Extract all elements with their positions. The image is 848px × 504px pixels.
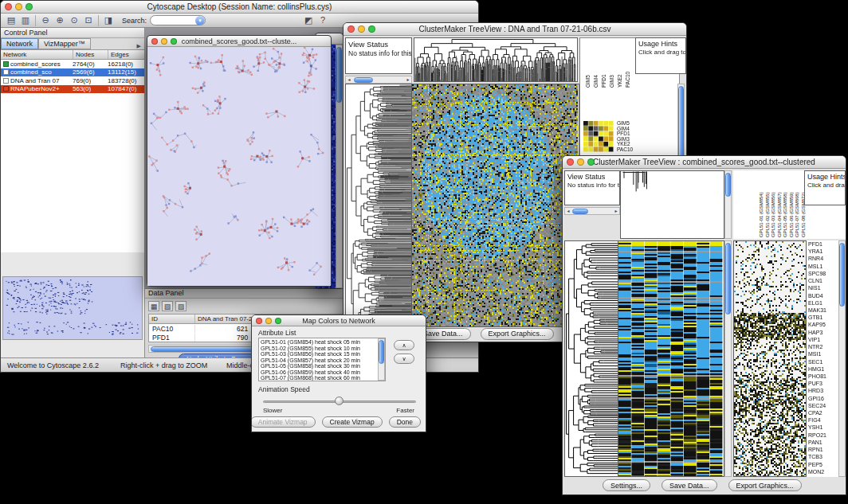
- heatmap-secondary-canvas[interactable]: [734, 241, 806, 476]
- column-dendrogram-canvas[interactable]: [621, 171, 724, 238]
- network-table-row[interactable]: combined_sco 2569(6) 13112(15): [1, 68, 144, 77]
- row-dendrogram-canvas[interactable]: [565, 241, 618, 476]
- close-button[interactable]: [256, 318, 262, 324]
- view-status-hscrollbar[interactable]: ◂ ▸: [564, 207, 620, 215]
- map-colors-titlebar[interactable]: Map Colors to Network: [252, 315, 426, 326]
- column-label[interactable]: YKE2: [617, 40, 622, 88]
- heatmap-vscrollbar[interactable]: [724, 240, 732, 477]
- gene-label[interactable]: CPA2: [807, 409, 838, 416]
- column-label[interactable]: GPL51-06 (GSM859): [789, 171, 795, 237]
- close-button[interactable]: [567, 158, 574, 166]
- correlation-matrix-canvas[interactable]: [583, 121, 614, 152]
- gene-label[interactable]: SEC1: [807, 358, 838, 365]
- heatmap-main-canvas[interactable]: [618, 241, 723, 476]
- attribute-item[interactable]: GPL51-05 (GSM858) heat shock 30 min: [259, 363, 385, 369]
- vizmapper-icon[interactable]: ◩: [301, 14, 316, 26]
- attribute-create-icon[interactable]: ▧: [162, 301, 173, 311]
- gene-label[interactable]: BUD4: [807, 292, 838, 299]
- column-label[interactable]: GPL51-03 (GSM856): [771, 171, 776, 237]
- treeview-dna-titlebar[interactable]: ClusterMaker TreeView : DNA and Tran 07-…: [344, 23, 686, 36]
- gene-list-vscrollbar[interactable]: [838, 240, 846, 477]
- zoom-fit-icon[interactable]: ⊡: [81, 14, 96, 26]
- scroll-right-icon[interactable]: ▸: [405, 76, 411, 84]
- zoom-button[interactable]: [587, 158, 595, 166]
- network-overview-thumbnail[interactable]: [3, 277, 142, 339]
- animation-speed-slider[interactable]: [263, 397, 416, 406]
- attribute-item[interactable]: GPL51-06 (GSM859) heat shock 40 min: [259, 369, 385, 376]
- scroll-thumb[interactable]: [379, 340, 384, 364]
- search-combobox[interactable]: ▾: [150, 15, 206, 25]
- minimize-button[interactable]: [265, 318, 272, 324]
- gene-label[interactable]: MSI1: [807, 350, 838, 357]
- gene-label[interactable]: MON2: [807, 468, 838, 475]
- gene-label[interactable]: KAP95: [807, 321, 838, 328]
- treeview-action-button[interactable]: Save Data...: [662, 479, 717, 491]
- column-label[interactable]: GIM5: [585, 40, 591, 88]
- attribute-select-icon[interactable]: ▦: [148, 301, 159, 311]
- column-label[interactable]: PFD1: [601, 40, 607, 88]
- move-up-button[interactable]: ∧: [394, 340, 414, 350]
- gene-label[interactable]: PAN1: [807, 439, 838, 446]
- column-label[interactable]: PAC10: [625, 40, 630, 88]
- help-icon[interactable]: ?: [316, 14, 330, 26]
- column-label[interactable]: GPL51-05 (GSM858): [783, 171, 788, 237]
- gene-label[interactable]: SPC98: [807, 270, 838, 277]
- attribute-item[interactable]: GPL51-07 (GSM868) heat shock 60 min: [259, 375, 385, 381]
- zoom-button[interactable]: [26, 3, 33, 10]
- network-table-row[interactable]: RNAPuberNov2+ 563(0) 107847(0): [1, 85, 144, 94]
- gene-label[interactable]: TCB3: [807, 453, 838, 460]
- attribute-delete-icon[interactable]: ▨: [175, 301, 186, 311]
- tab-scroll-right-icon[interactable]: ▶: [134, 43, 144, 49]
- attribute-item[interactable]: GPL51-01 (GSM854) heat shock 05 min: [259, 339, 385, 346]
- close-button[interactable]: [151, 38, 158, 45]
- column-label[interactable]: GPL51-02 (GSM855): [765, 171, 771, 237]
- search-dropdown-icon[interactable]: ▾: [195, 16, 205, 25]
- zoom-button[interactable]: [368, 25, 375, 33]
- scroll-left-icon[interactable]: ◂: [346, 76, 352, 84]
- move-down-button[interactable]: ∨: [394, 354, 414, 364]
- gene-label[interactable]: SEC24: [807, 402, 838, 409]
- treeview-action-button[interactable]: Settings...: [603, 479, 650, 491]
- gene-label[interactable]: YRA1: [807, 248, 838, 255]
- scroll-thumb[interactable]: [725, 243, 731, 315]
- tab-network[interactable]: Network: [1, 38, 38, 49]
- save-session-icon[interactable]: ▥: [18, 14, 33, 26]
- gene-label[interactable]: GTB1: [807, 314, 838, 321]
- gene-label[interactable]: YSH1: [807, 424, 838, 431]
- dense-vertical-scrollbar[interactable]: [336, 45, 343, 288]
- matrix-row-label[interactable]: PAC10: [617, 147, 633, 153]
- gene-label[interactable]: HAP3: [807, 329, 838, 336]
- col-edges[interactable]: Edges: [108, 50, 143, 59]
- dialog-button[interactable]: Done: [389, 416, 421, 428]
- minimize-button[interactable]: [15, 3, 22, 10]
- scroll-thumb[interactable]: [725, 173, 731, 197]
- minimize-button[interactable]: [358, 25, 365, 33]
- row-dendrogram-canvas[interactable]: [346, 84, 411, 326]
- tab-vizmapper[interactable]: VizMapper™: [38, 38, 91, 49]
- col-id[interactable]: ID: [149, 315, 195, 323]
- treeview-action-button[interactable]: Export Graphics...: [481, 328, 554, 340]
- close-button[interactable]: [347, 25, 355, 33]
- treeview-combined-titlebar[interactable]: ClusterMaker TreeView : combined_scores_…: [563, 156, 846, 169]
- attribute-listbox[interactable]: GPL51-01 (GSM854) heat shock 05 minGPL51…: [258, 338, 386, 381]
- gene-label[interactable]: ELG1: [807, 299, 838, 307]
- heatmap-canvas[interactable]: [412, 84, 578, 326]
- network-view-titlebar[interactable]: combined_scores_good.txt--cluste...: [147, 36, 331, 47]
- scroll-thumb[interactable]: [354, 77, 373, 83]
- zoom-out-icon[interactable]: ⊖: [38, 14, 53, 26]
- attribute-item[interactable]: GPL51-02 (GSM855) heat shock 10 min: [259, 346, 385, 352]
- attribute-item[interactable]: GPL51-03 (GSM856) heat shock 15 min: [259, 351, 385, 357]
- scroll-left-icon[interactable]: ◂: [565, 208, 571, 215]
- top-vscrollbar[interactable]: [724, 170, 732, 239]
- zoom-in-icon[interactable]: ⊕: [53, 14, 67, 26]
- gene-label[interactable]: NIS1: [807, 284, 838, 291]
- column-label[interactable]: GIM3: [609, 40, 614, 88]
- gene-label[interactable]: CLN1: [807, 277, 838, 284]
- column-label[interactable]: GPL51-07 (GSM868): [795, 171, 800, 237]
- gene-label[interactable]: PEP5: [807, 461, 838, 468]
- zoom-button[interactable]: [171, 38, 177, 45]
- gene-label[interactable]: MAK31: [807, 307, 838, 314]
- minimize-button[interactable]: [577, 158, 584, 166]
- gene-label[interactable]: FIG4: [807, 416, 838, 424]
- column-label[interactable]: GPL51-01 (GSM854): [759, 171, 764, 237]
